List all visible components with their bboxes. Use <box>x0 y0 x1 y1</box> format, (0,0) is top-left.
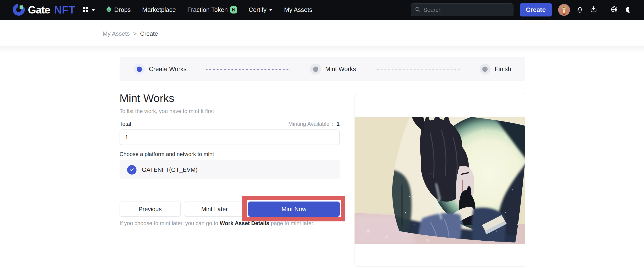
page-title: Mint Works <box>120 92 174 105</box>
page-subtitle: To list the work, you have to mint it fi… <box>120 108 214 114</box>
nav-item-marketplace[interactable]: Marketplace <box>142 6 176 13</box>
previous-button[interactable]: Previous <box>120 202 181 217</box>
download-tray-icon <box>590 5 598 14</box>
gate-nft-logo[interactable]: Gate NFT <box>12 3 75 17</box>
nav-menu: Drops Marketplace Fraction Token N Certi… <box>106 6 312 14</box>
minting-available: Minting Available：1 <box>288 120 340 128</box>
bell-icon <box>576 6 584 14</box>
step-mint-works: Mint Works <box>310 64 356 75</box>
header-shadow <box>0 46 644 53</box>
theme-toggle-button[interactable] <box>624 6 632 14</box>
nav-item-certify[interactable]: Certify <box>248 6 272 13</box>
gate-logo-icon <box>12 3 25 17</box>
avatar[interactable] <box>558 4 570 16</box>
apps-menu-button[interactable] <box>82 6 95 14</box>
nav-item-drops[interactable]: Drops <box>106 6 131 14</box>
breadcrumb-my-assets[interactable]: My Assets <box>102 30 130 37</box>
step-connector <box>376 69 460 69</box>
platform-option-gatenft[interactable]: GATENFT(GT_EVM) <box>120 160 340 179</box>
search-input[interactable] <box>424 7 510 13</box>
breadcrumb-current: Create <box>140 30 158 37</box>
caret-down-icon <box>269 9 272 11</box>
search-icon <box>415 6 421 13</box>
total-label: Total <box>120 121 131 127</box>
downloads-button[interactable] <box>590 5 598 14</box>
check-icon <box>127 165 136 175</box>
mint-later-button[interactable]: Mint Later <box>184 202 245 217</box>
nav-item-my-assets[interactable]: My Assets <box>284 6 312 13</box>
nav-item-fraction-token[interactable]: Fraction Token N <box>187 6 237 13</box>
step-dot-active <box>134 64 145 75</box>
nft-preview-card <box>354 93 525 267</box>
form-actions: Previous Mint Later Mint Now <box>120 202 340 217</box>
platform-label: Choose a platform and network to mint <box>120 151 214 157</box>
mint-later-note: If you choose to mint later, you can go … <box>120 220 314 227</box>
globe-icon <box>610 5 618 14</box>
page: Gate NFT <box>0 0 644 269</box>
total-row: Total Minting Available：1 <box>120 120 340 128</box>
brand-suffix: NFT <box>54 4 75 16</box>
caret-down-icon <box>91 9 95 11</box>
total-input[interactable] <box>120 129 340 145</box>
nft-preview-image <box>354 117 525 244</box>
navbar-right: Create <box>411 3 632 16</box>
navbar: Gate NFT <box>0 0 644 20</box>
breadcrumb: My Assets > Create <box>102 30 158 37</box>
minting-available-value: 1 <box>336 120 340 127</box>
step-create-works: Create Works <box>134 64 187 75</box>
step-dot-pending <box>480 64 490 75</box>
create-button[interactable]: Create <box>520 3 552 16</box>
flame-icon <box>106 6 112 14</box>
n-badge-icon: N <box>230 6 237 13</box>
work-asset-details-link: Work Asset Details <box>220 220 269 226</box>
notifications-button[interactable] <box>576 6 584 14</box>
step-finish: Finish <box>480 64 511 75</box>
brand-name: Gate <box>28 4 50 16</box>
platform-name: GATENFT(GT_EVM) <box>142 166 198 173</box>
divider <box>604 6 604 13</box>
breadcrumb-separator: > <box>133 30 136 37</box>
apps-grid-icon <box>82 6 89 14</box>
mint-stepper: Create Works Mint Works Finish <box>120 57 525 81</box>
moon-icon <box>624 6 632 14</box>
search-box[interactable] <box>411 3 514 16</box>
step-dot-pending <box>310 64 321 75</box>
step-connector <box>206 69 290 69</box>
mint-now-button[interactable]: Mint Now <box>248 202 340 217</box>
language-button[interactable] <box>610 5 618 14</box>
